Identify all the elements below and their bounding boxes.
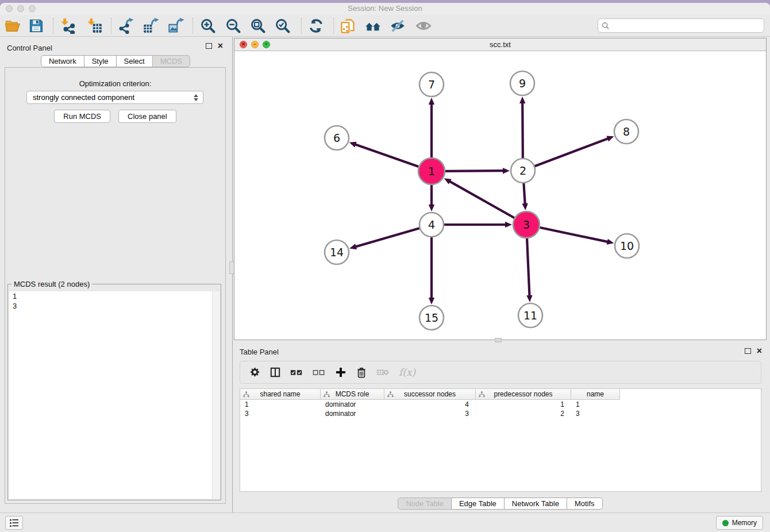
float-panel-icon[interactable]	[206, 43, 212, 49]
run-mcds-button[interactable]: Run MCDS	[54, 110, 110, 123]
column-header-MCDS-role[interactable]: MCDS role	[321, 389, 384, 400]
search-input[interactable]	[610, 20, 764, 32]
mcds-result-textarea[interactable]: 13	[9, 291, 220, 499]
edge-3-10[interactable]	[540, 228, 608, 242]
close-table-panel-icon[interactable]: ×	[757, 348, 762, 354]
export-image-icon[interactable]	[166, 16, 186, 36]
edge-arrowhead-4-15	[429, 298, 434, 304]
cell-successor-nodes: 4	[384, 400, 476, 409]
table-tab-network-table[interactable]: Network Table	[504, 498, 567, 510]
delete-rows-trash-icon[interactable]	[356, 365, 367, 380]
table-tab-motifs[interactable]: Motifs	[567, 498, 603, 510]
memory-status-icon	[722, 520, 729, 526]
select-all-icon[interactable]	[290, 365, 303, 380]
cell-name: 1	[571, 400, 620, 409]
control-panel: Control Panel × NetworkStyleSelectMCDS O…	[0, 37, 231, 512]
table-row[interactable]: 1dominator411	[240, 400, 761, 409]
column-header-shared-name[interactable]: shared name	[240, 389, 321, 400]
edge-arrowhead-1-2	[503, 168, 510, 174]
show-columns-icon[interactable]	[270, 365, 280, 380]
table-tab-node-table[interactable]: Node Table	[398, 498, 452, 510]
edge-arrowhead-2-8	[606, 136, 614, 142]
float-table-panel-icon[interactable]	[745, 348, 751, 354]
edge-2-3[interactable]	[523, 183, 525, 205]
column-header-predecessor-nodes[interactable]: predecessor nodes	[476, 389, 571, 400]
status-bar: Memory	[0, 512, 770, 532]
table-panel-title: Table Panel	[240, 348, 279, 356]
control-panel-tabs: NetworkStyleSelectMCDS	[0, 55, 231, 67]
zoom-fit-icon[interactable]	[248, 16, 268, 36]
column-type-icon	[479, 391, 485, 398]
edge-arrowhead-3-10	[607, 239, 614, 245]
toolbar-separator	[333, 18, 334, 34]
network-canvas[interactable]: 1234678910111415	[234, 51, 766, 340]
zoom-out-icon[interactable]	[224, 16, 243, 36]
result-scrollbar[interactable]	[212, 291, 220, 499]
node-table-body: 1dominator4113dominator323	[240, 400, 761, 418]
refresh-icon[interactable]	[306, 16, 326, 36]
table-panel: Table Panel ×	[234, 344, 767, 512]
close-panel-button[interactable]: Close panel	[118, 110, 176, 123]
import-network-icon[interactable]	[58, 16, 78, 36]
open-session-icon[interactable]	[3, 16, 22, 36]
application-window: Session: New Session	[0, 3, 770, 532]
deselect-all-icon[interactable]	[313, 365, 325, 380]
main-titlebar: Session: New Session	[0, 3, 770, 15]
node-label-3: 3	[523, 218, 530, 231]
save-session-icon[interactable]	[26, 16, 46, 36]
home-networks-icon[interactable]	[363, 16, 383, 36]
dropdown-stepper-icon	[192, 92, 200, 103]
edge-1-6[interactable]	[355, 144, 418, 167]
network-view-window: ✕ − + scc.txt 1234678910111415	[234, 38, 767, 340]
toolbar-separator	[53, 18, 53, 34]
search-icon	[602, 22, 610, 30]
add-column-plus-icon[interactable]	[335, 365, 346, 380]
edge-arrowhead-1-7	[429, 98, 434, 105]
edge-3-1[interactable]	[449, 181, 514, 218]
edge-2-9[interactable]	[522, 102, 523, 158]
mcds-result-line: 1	[9, 291, 220, 301]
zoom-in-icon[interactable]	[198, 16, 218, 36]
hide-panel-eye-slash-icon[interactable]	[388, 16, 407, 36]
mcds-result-line: 3	[9, 301, 220, 311]
close-panel-icon[interactable]: ×	[218, 43, 223, 49]
node-label-15: 15	[425, 311, 438, 324]
edge-2-8[interactable]	[535, 138, 609, 167]
table-panel-tabs: Node TableEdge TableNetwork TableMotifs	[234, 498, 767, 510]
show-panel-eye-icon[interactable]	[414, 16, 433, 36]
import-table-icon[interactable]	[84, 16, 104, 36]
function-builder-icon-disabled: f(x)	[399, 365, 415, 380]
export-network-icon[interactable]	[116, 16, 136, 36]
tab-network[interactable]: Network	[41, 55, 84, 67]
horizontal-splitter-handle[interactable]	[495, 338, 502, 342]
node-label-1: 1	[428, 165, 435, 178]
criterion-value: strongly connected component	[33, 93, 134, 102]
memory-button[interactable]: Memory	[716, 516, 763, 530]
node-label-8: 8	[623, 125, 630, 138]
network-window-titlebar[interactable]: ✕ − + scc.txt	[234, 38, 766, 51]
vertical-splitter[interactable]	[232, 37, 233, 512]
column-header-successor-nodes[interactable]: successor nodes	[384, 389, 476, 400]
main-toolbar	[0, 15, 770, 37]
edge-3-11[interactable]	[527, 238, 529, 296]
toolbar-separator	[111, 18, 111, 34]
export-table-icon[interactable]	[141, 16, 160, 36]
column-header-name[interactable]: name	[571, 389, 620, 400]
tab-style[interactable]: Style	[84, 55, 117, 67]
first-neighbors-icon[interactable]	[338, 16, 357, 36]
task-history-button[interactable]	[5, 516, 23, 530]
tab-mcds[interactable]: MCDS	[152, 55, 190, 67]
table-settings-gear-icon[interactable]	[249, 365, 260, 380]
criterion-dropdown[interactable]: strongly connected component	[26, 91, 203, 104]
control-panel-title: Control Panel	[7, 44, 52, 52]
zoom-selected-icon[interactable]	[273, 16, 292, 36]
tab-select[interactable]: Select	[116, 55, 153, 67]
edge-1-2[interactable]	[445, 171, 504, 171]
node-label-6: 6	[333, 132, 340, 144]
table-tab-edge-table[interactable]: Edge Table	[451, 498, 505, 510]
edge-4-14[interactable]	[355, 228, 419, 247]
edge-arrowhead-4-14	[349, 244, 357, 249]
table-row[interactable]: 3dominator323	[240, 409, 761, 418]
cell-predecessor-nodes: 2	[476, 409, 571, 418]
node-table: shared nameMCDS rolesuccessor nodesprede…	[240, 388, 761, 492]
